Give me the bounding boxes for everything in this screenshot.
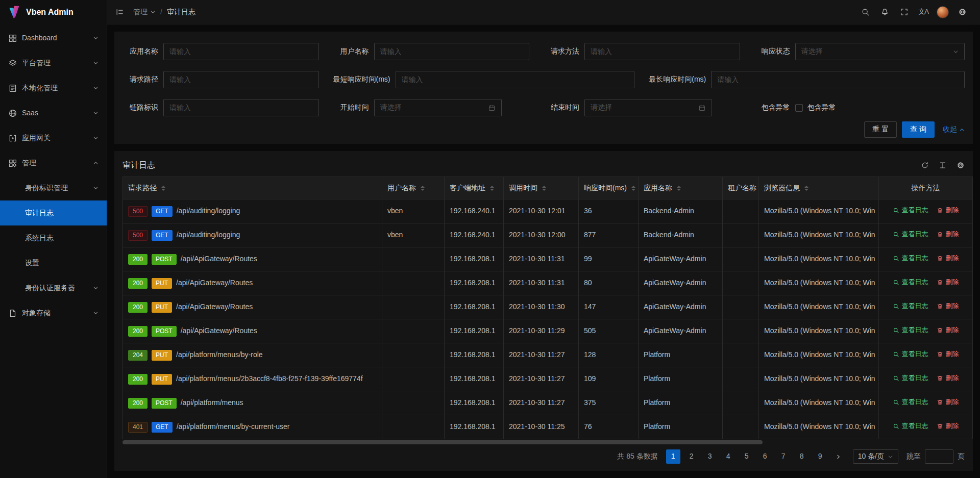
horizontal-scrollbar[interactable] <box>122 440 965 445</box>
sort-icons[interactable] <box>490 186 494 191</box>
user-name-cell <box>382 391 445 415</box>
sidebar-item-3[interactable]: Saas <box>0 100 107 125</box>
delete-button[interactable]: 删除 <box>937 349 959 359</box>
column-header-6[interactable]: 租户名称 <box>723 177 759 199</box>
settings-icon[interactable] <box>952 0 972 24</box>
fullscreen-icon[interactable] <box>894 0 914 24</box>
max-response-time-input[interactable] <box>711 71 965 88</box>
method-badge: PUT <box>152 374 172 385</box>
request-method-input[interactable] <box>584 43 740 60</box>
delete-button[interactable]: 删除 <box>937 206 959 215</box>
topbar: 管理 / 审计日志 文A <box>107 0 980 24</box>
view-log-button[interactable]: 查看日志 <box>893 301 928 311</box>
search-form-card: 应用名称用户名称请求方法响应状态请选择请求路径最短响应时间(ms)最长响应时间(… <box>114 32 973 144</box>
view-log-button[interactable]: 查看日志 <box>893 373 928 383</box>
view-log-button[interactable]: 查看日志 <box>893 325 928 335</box>
reset-button[interactable]: 重 置 <box>864 121 897 138</box>
sort-icons[interactable] <box>421 186 425 191</box>
column-header-3[interactable]: 调用时间 <box>504 177 579 199</box>
delete-button[interactable]: 删除 <box>937 278 959 287</box>
table-row: 204PUT/api/platform/menus/by-role192.168… <box>123 343 973 367</box>
page-button-3[interactable]: 3 <box>703 449 717 464</box>
page-button-9[interactable]: 9 <box>813 449 827 464</box>
user-name-cell <box>382 415 445 439</box>
trash-icon <box>937 231 943 238</box>
start-time-picker[interactable]: 请选择 <box>374 99 502 116</box>
row-height-icon[interactable] <box>939 161 947 169</box>
page-button-8[interactable]: 8 <box>795 449 809 464</box>
end-time-picker[interactable]: 请选择 <box>584 99 712 116</box>
page-button-4[interactable]: 4 <box>721 449 736 464</box>
sidebar-item-4[interactable]: 应用网关 <box>0 125 107 150</box>
column-header-7[interactable]: 浏览器信息 <box>759 177 879 199</box>
next-page-button[interactable] <box>831 449 846 464</box>
browser-info-cell: Mozilla/5.0 (Windows NT 10.0; Win <box>759 295 879 319</box>
view-log-button[interactable]: 查看日志 <box>893 421 928 431</box>
sidebar-item-0[interactable]: Dashboard <box>0 26 107 51</box>
client-address-cell: 192.168.240.1 <box>445 223 504 247</box>
delete-button[interactable]: 删除 <box>937 421 959 431</box>
breadcrumb-root[interactable]: 管理 <box>133 7 156 17</box>
page-button-6[interactable]: 6 <box>758 449 772 464</box>
column-header-1[interactable]: 用户名称 <box>382 177 445 199</box>
refresh-icon[interactable] <box>921 161 929 169</box>
column-header-2[interactable]: 客户端地址 <box>445 177 504 199</box>
tenant-name-cell <box>723 415 759 439</box>
sort-icons[interactable] <box>161 186 165 191</box>
bell-icon[interactable] <box>875 0 894 24</box>
sidebar-item-5[interactable]: 管理 <box>0 150 107 175</box>
delete-button[interactable]: 删除 <box>937 301 959 311</box>
view-log-button[interactable]: 查看日志 <box>893 254 928 263</box>
column-settings-icon[interactable] <box>957 161 965 169</box>
page-button-7[interactable]: 7 <box>776 449 791 464</box>
response-status-select[interactable]: 请选择 <box>795 43 965 60</box>
sort-icons[interactable] <box>804 186 808 191</box>
menu-fold-icon[interactable] <box>115 8 124 16</box>
search-button[interactable]: 查 询 <box>902 121 935 138</box>
sidebar-item-2[interactable]: 本地化管理 <box>0 76 107 100</box>
sort-icons[interactable] <box>631 186 635 191</box>
view-log-button[interactable]: 查看日志 <box>893 349 928 359</box>
column-header-0[interactable]: 请求路径 <box>123 177 382 199</box>
delete-button[interactable]: 删除 <box>937 325 959 335</box>
sidebar-subitem-2[interactable]: 系统日志 <box>0 225 107 250</box>
jump-page-input[interactable] <box>925 449 953 464</box>
scrollbar-thumb[interactable] <box>122 440 763 444</box>
page-size-select[interactable]: 10 条/页 <box>853 449 898 464</box>
min-response-time-input[interactable] <box>396 71 635 88</box>
sidebar-subitem-3[interactable]: 设置 <box>0 250 107 275</box>
avatar[interactable] <box>933 0 952 24</box>
view-log-button[interactable]: 查看日志 <box>893 397 928 407</box>
sort-icons[interactable] <box>542 186 546 191</box>
logo[interactable]: Vben Admin <box>0 0 107 24</box>
trace-id-input[interactable] <box>163 99 319 116</box>
sidebar-item-6[interactable]: 对象存储 <box>0 300 107 325</box>
search-icon[interactable] <box>855 0 875 24</box>
column-header-5[interactable]: 应用名称 <box>639 177 723 199</box>
page-button-5[interactable]: 5 <box>740 449 754 464</box>
page-button-1[interactable]: 1 <box>666 449 680 464</box>
collapse-link[interactable]: 收起 <box>943 124 965 135</box>
search-icon <box>893 231 899 238</box>
delete-button[interactable]: 删除 <box>937 373 959 383</box>
sidebar-subitem-4[interactable]: 身份认证服务器 <box>0 275 107 300</box>
page-button-2[interactable]: 2 <box>684 449 699 464</box>
translate-icon[interactable]: 文A <box>914 0 933 24</box>
view-log-button[interactable]: 查看日志 <box>893 278 928 287</box>
delete-button[interactable]: 删除 <box>937 397 959 407</box>
sort-icons[interactable] <box>677 186 681 191</box>
user-name-input[interactable] <box>374 43 530 60</box>
sidebar-subitem-1[interactable]: 审计日志 <box>0 200 107 225</box>
view-log-button[interactable]: 查看日志 <box>893 206 928 215</box>
include-exception-checkbox[interactable] <box>795 104 803 112</box>
request-path-input[interactable] <box>163 71 319 88</box>
app-name-input[interactable] <box>163 43 319 60</box>
view-log-button[interactable]: 查看日志 <box>893 230 928 239</box>
delete-button[interactable]: 删除 <box>937 230 959 239</box>
sidebar-item-1[interactable]: 平台管理 <box>0 51 107 76</box>
column-header-4[interactable]: 响应时间(ms) <box>579 177 639 199</box>
request-path: /api/ApiGateway/Routes <box>181 326 257 335</box>
sidebar-subitem-0[interactable]: 身份标识管理 <box>0 175 107 200</box>
delete-button[interactable]: 删除 <box>937 254 959 263</box>
table-row: 200POST/api/platform/menus192.168.208.12… <box>123 391 973 415</box>
